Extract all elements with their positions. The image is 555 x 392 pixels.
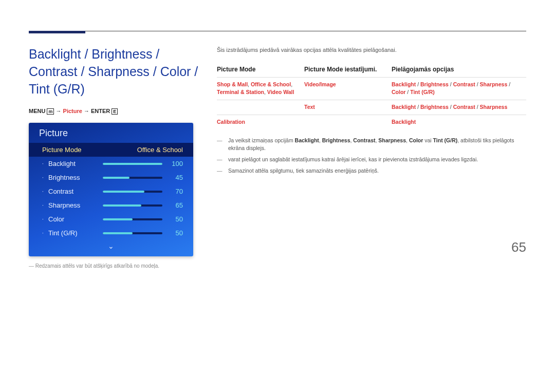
menu-icon: m (47, 108, 54, 115)
section-rule (29, 31, 85, 33)
slider-value: 70 (168, 188, 183, 195)
osd-footnote: ― Redzamais attēls var būt atšķirīgs atk… (29, 263, 198, 270)
slider-label: Sharpness (48, 201, 98, 209)
slider-tint-g-r-[interactable]: ·Tint (G/R)50 (29, 226, 193, 240)
table-header: Picture Mode Picture Mode iestatījumi. P… (217, 62, 526, 77)
bullet-icon: · (42, 230, 48, 236)
slider-contrast[interactable]: ·Contrast70 (29, 184, 193, 198)
slider-value: 50 (168, 229, 183, 237)
page-title: Backlight / Brightness / Contrast / Shar… (29, 46, 198, 98)
breadcrumb: MENU m → Picture → ENTER E (29, 108, 198, 115)
menu-label: Picture Mode (42, 146, 91, 154)
table-row: CalibrationBacklight (217, 115, 526, 129)
osd-title: Picture (29, 123, 193, 143)
slider-track[interactable] (103, 204, 162, 207)
slider-track[interactable] (103, 218, 162, 220)
slider-color[interactable]: ·Color50 (29, 212, 193, 226)
bullet-icon: · (42, 202, 48, 208)
table-row: Shop & Mall, Office & School, Terminal &… (217, 77, 526, 100)
chevron-down-icon[interactable]: ⌄ (29, 240, 193, 256)
slider-track[interactable] (103, 232, 162, 234)
slider-track[interactable] (103, 177, 162, 179)
note-line: ―varat pielāgot un saglabāt iestatījumus… (217, 156, 526, 164)
menu-value: Office & School (91, 146, 183, 154)
menu-item-picture-mode[interactable]: Picture Mode Office & School (29, 143, 193, 157)
intro-text: Šis izstrādājums piedāvā vairākas opcija… (217, 46, 526, 54)
note-line: ―Samazinot attēla spilgtumu, tiek samazi… (217, 167, 526, 175)
bullet-icon: · (42, 216, 48, 222)
slider-track[interactable] (103, 163, 162, 165)
slider-value: 45 (168, 174, 183, 181)
osd-panel: Picture Picture Mode Office & School ·Ba… (29, 123, 193, 256)
bullet-icon: · (42, 175, 48, 180)
slider-track[interactable] (103, 191, 162, 193)
slider-sharpness[interactable]: ·Sharpness65 (29, 198, 193, 212)
slider-label: Color (48, 215, 98, 223)
slider-value: 50 (168, 215, 183, 223)
table-row: TextBacklight / Brightness / Contrast / … (217, 100, 526, 115)
slider-value: 65 (168, 201, 183, 209)
enter-icon: E (112, 108, 118, 115)
slider-label: Contrast (48, 188, 98, 195)
note-line: ―Ja veiksit izmaiņas opcijām Backlight, … (217, 137, 526, 153)
slider-label: Tint (G/R) (48, 229, 98, 237)
bullet-icon: · (42, 161, 48, 166)
page-number: 65 (511, 239, 526, 255)
bullet-icon: · (42, 189, 48, 194)
slider-value: 100 (168, 160, 183, 167)
slider-label: Backlight (48, 160, 98, 167)
slider-label: Brightness (48, 174, 98, 181)
slider-brightness[interactable]: ·Brightness45 (29, 171, 193, 184)
slider-backlight[interactable]: ·Backlight100 (29, 157, 193, 171)
